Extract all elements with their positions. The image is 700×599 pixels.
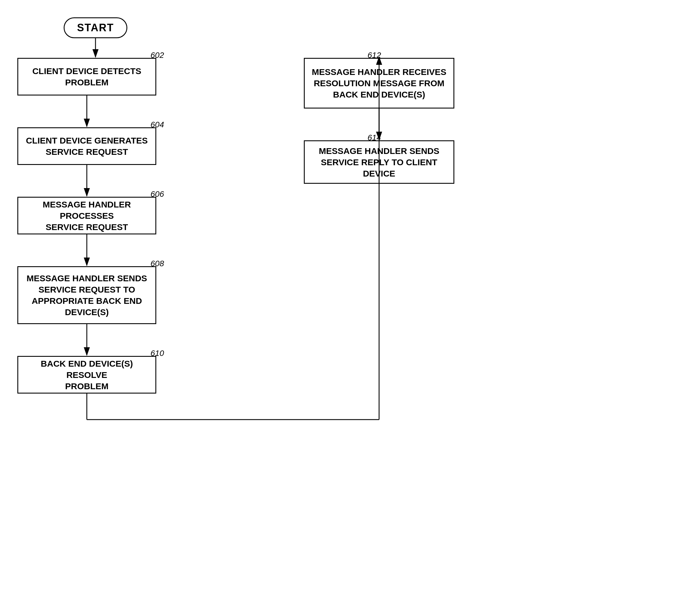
start-node: START: [64, 17, 127, 38]
box-610: BACK END DEVICE(S) RESOLVEPROBLEM: [17, 356, 156, 394]
diagram-container: START 602 CLIENT DEVICE DETECTSPROBLEM 6…: [0, 0, 700, 599]
box-602: CLIENT DEVICE DETECTSPROBLEM: [17, 58, 156, 96]
box-608: MESSAGE HANDLER SENDSSERVICE REQUEST TOA…: [17, 266, 156, 324]
box-614: MESSAGE HANDLER SENDSSERVICE REPLY TO CL…: [304, 140, 454, 184]
box-612: MESSAGE HANDLER RECEIVESRESOLUTION MESSA…: [304, 58, 454, 108]
box-604: CLIENT DEVICE GENERATESSERVICE REQUEST: [17, 127, 156, 165]
box-606: MESSAGE HANDLER PROCESSESSERVICE REQUEST: [17, 197, 156, 234]
start-label: START: [77, 22, 114, 34]
